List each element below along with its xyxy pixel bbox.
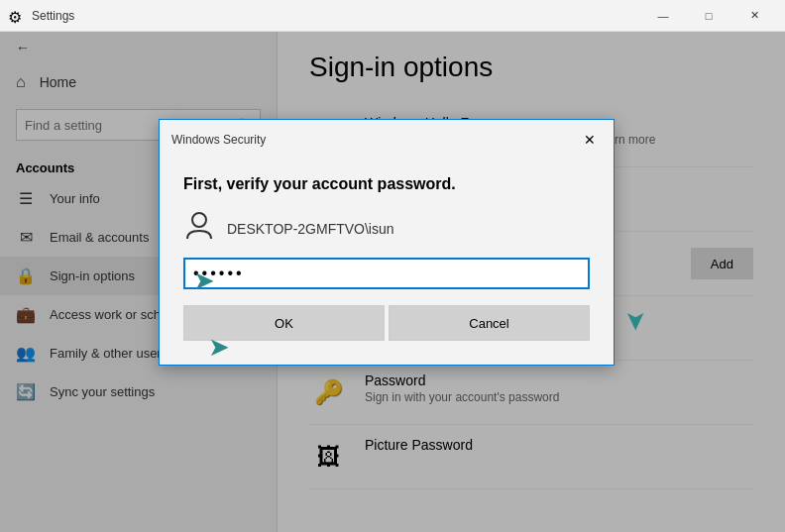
dialog-titlebar: Windows Security ✕ xyxy=(160,120,614,160)
maximize-button[interactable]: □ xyxy=(686,0,731,32)
user-avatar-icon xyxy=(183,209,215,248)
username-text: DESKTOP-2GMFTVO\isun xyxy=(227,221,394,237)
arrow-to-ok: ➤ xyxy=(208,332,230,363)
title-bar: ⚙ Settings — □ ✕ xyxy=(0,0,785,32)
close-button[interactable]: ✕ xyxy=(731,0,777,32)
arrow-to-add: ➤ xyxy=(620,310,651,332)
dialog-title-text: Windows Security xyxy=(171,133,578,147)
svg-point-0 xyxy=(192,213,206,227)
minimize-button[interactable]: — xyxy=(640,0,686,32)
dialog-close-button[interactable]: ✕ xyxy=(578,128,602,152)
dialog-user-row: DESKTOP-2GMFTVO\isun xyxy=(183,209,590,248)
title-bar-text: Settings xyxy=(32,9,640,23)
windows-security-dialog: Windows Security ✕ First, verify your ac… xyxy=(159,119,615,366)
settings-icon: ⚙ xyxy=(8,8,24,24)
password-field[interactable] xyxy=(183,258,590,289)
dialog-heading: First, verify your account password. xyxy=(183,175,590,193)
dialog-buttons: OK Cancel xyxy=(183,305,590,341)
dialog-cancel-button[interactable]: Cancel xyxy=(389,305,590,341)
window-controls: — □ ✕ xyxy=(640,0,777,32)
arrow-to-password: ➤ xyxy=(193,266,215,296)
password-row xyxy=(183,258,590,305)
